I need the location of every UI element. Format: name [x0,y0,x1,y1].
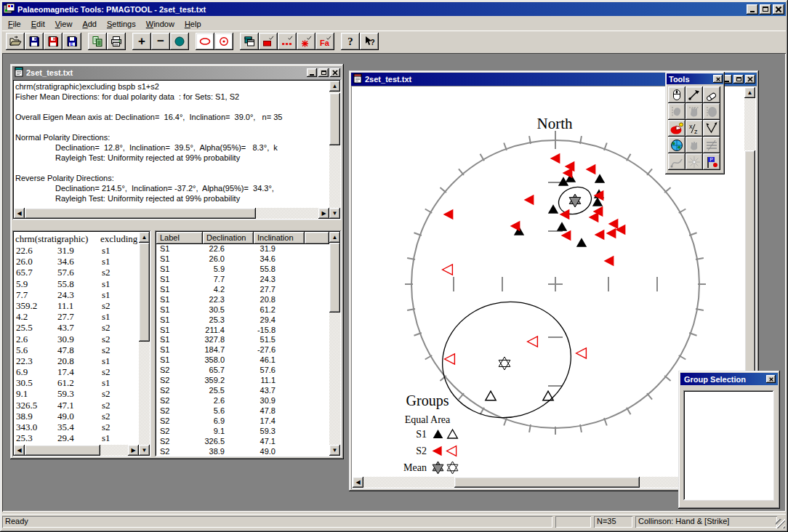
table-row[interactable]: 25.543.7s2 [15,322,137,333]
menu-window[interactable]: Window [141,17,180,31]
zoom-out-button[interactable]: − [151,33,170,50]
table-row[interactable]: S265.757.6 [156,366,329,376]
eraser-tool-button[interactable] [703,86,720,103]
open-button[interactable] [6,33,25,50]
resize-grip[interactable] [776,519,785,528]
maximize-button[interactable] [760,4,771,15]
menu-help[interactable]: Help [180,17,206,31]
table-row[interactable]: S130.561.2 [156,305,329,315]
save-red-button[interactable] [44,33,63,50]
table-row[interactable]: 6.917.4s2 [15,366,137,377]
colour-toggle-button[interactable] [259,33,278,50]
cascade-windows-button[interactable] [240,33,259,50]
scroll-down-button[interactable] [329,208,340,219]
circle-symbol-button[interactable] [170,33,189,50]
minimize-button[interactable] [747,4,758,15]
scrollbar-track[interactable] [139,243,150,445]
scroll-left-button[interactable] [14,445,25,456]
ellipse-outline-button[interactable] [196,33,214,50]
scrollbar-track[interactable] [25,445,128,456]
table-row[interactable]: S1211.4-15.8 [156,326,329,336]
table-row[interactable]: S126.034.6 [156,254,329,265]
table-row[interactable]: 25.329.4s1 [15,432,137,443]
menu-add[interactable]: Add [77,17,102,31]
table-row[interactable]: S29.159.3 [156,427,329,437]
table-row[interactable]: S122.631.9 [156,244,329,254]
table-row[interactable]: S125.329.4 [156,315,329,326]
font-toggle-button[interactable]: Fa [315,33,334,50]
scrollbar-thumb[interactable] [329,93,340,145]
table-row[interactable]: S2326.547.1 [156,437,329,447]
context-help-button[interactable]: ? [360,33,379,50]
close-icon[interactable] [766,375,776,383]
scrollbar-thumb[interactable] [139,243,150,342]
scrollbar-thumb[interactable] [329,243,340,313]
circle-dot-button[interactable] [214,33,233,50]
vector-walk-tool-button[interactable] [703,120,720,137]
header-chrm[interactable]: chrm(stratigraphic) [15,233,88,244]
table-row[interactable]: S2359.211.1 [156,376,329,386]
table-row[interactable]: 26.034.6s1 [15,256,137,267]
close-button[interactable] [330,68,340,77]
table-row[interactable]: 2.630.9s2 [15,334,137,344]
table-row[interactable]: S1358.046.1 [156,355,329,366]
tools-palette-titlebar[interactable]: Tools [667,73,723,84]
table-row[interactable]: S1327.851.5 [156,335,329,345]
xz-plot-tool-button[interactable]: xz [686,120,703,137]
table-row[interactable]: 359.211.1s2 [15,300,137,311]
table-row[interactable]: 343.035.4s2 [15,422,137,432]
scroll-right-button[interactable] [128,445,139,456]
group-selection-titlebar[interactable]: Group Selection [680,373,778,385]
save-export-button[interactable]: E [63,33,81,50]
scrollbar-track[interactable] [329,243,340,445]
save-button[interactable] [25,33,44,50]
minimize-button[interactable] [307,68,317,77]
scrollbar-thumb[interactable] [25,208,256,219]
maximize-button[interactable] [318,68,329,77]
header-excluding[interactable]: excluding b [100,233,137,245]
zoom-in-button[interactable]: + [132,33,151,50]
table-row[interactable]: S15.955.8 [156,265,329,275]
column-header-inclination[interactable]: Inclination [254,232,305,244]
scroll-right-button[interactable] [318,208,329,219]
table-row[interactable]: 9.159.3s2 [15,388,137,399]
table-row[interactable]: 5.955.8s1 [15,278,137,289]
close-button[interactable] [745,75,755,84]
scroll-down-button[interactable] [329,445,340,456]
column-header-label[interactable]: Label [156,232,203,244]
results-window-titlebar[interactable]: 2set_test.txt [12,66,342,79]
copy-button[interactable] [88,33,107,50]
mouse-tool-button[interactable] [668,86,686,103]
table-row[interactable]: S22.630.9 [156,396,329,406]
table-row[interactable]: S26.917.4 [156,416,329,427]
scroll-left-button[interactable] [353,477,363,488]
table-row[interactable]: 22.631.9s1 [15,245,137,256]
close-button[interactable] [773,4,784,15]
scrollbar-thumb[interactable] [454,477,640,488]
table-row[interactable]: S225.543.7 [156,386,329,396]
print-button[interactable] [107,33,126,50]
table-row[interactable]: 7.724.3s1 [15,289,137,300]
scroll-down-button[interactable] [139,445,150,456]
table-row[interactable]: 65.757.6s2 [15,267,137,278]
scroll-up-button[interactable] [329,81,340,92]
table-row[interactable]: S1184.7-27.6 [156,345,329,355]
table-row[interactable]: S17.724.3 [156,275,329,285]
menu-settings[interactable]: Settings [102,17,141,31]
maximize-button[interactable] [733,75,744,84]
table-row[interactable]: 5.647.8s2 [15,344,137,355]
menu-edit[interactable]: Edit [26,17,50,31]
menu-file[interactable]: File [3,17,26,31]
menu-view[interactable]: View [50,17,78,31]
scroll-left-button[interactable] [14,208,25,219]
close-icon[interactable] [713,75,723,83]
help-button[interactable]: ? [341,33,360,50]
symbol-toggle-button[interactable] [297,33,315,50]
globe-tool-button[interactable] [668,137,686,153]
scroll-up-button[interactable] [139,232,150,243]
measure-tool-button[interactable] [686,86,703,103]
scrollbar-thumb[interactable] [25,445,100,456]
table-row[interactable]: 4.227.7s1 [15,311,137,322]
table-row[interactable]: S25.647.8 [156,406,329,416]
column-header-blank[interactable] [305,232,329,244]
